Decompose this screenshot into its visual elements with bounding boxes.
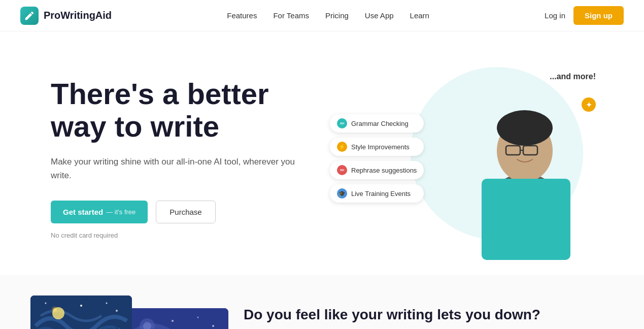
hero-content: There's a better way to write Make your …	[51, 78, 315, 239]
artwork-images: My idea in my head	[30, 295, 213, 329]
login-button[interactable]: Log in	[545, 11, 565, 20]
chip-rephrase: ✏ Rephrase suggestions	[330, 161, 424, 179]
grammar-icon: ✏	[337, 118, 347, 128]
section-2: My idea in my head Do you feel like your…	[0, 275, 644, 329]
svg-point-13	[80, 305, 82, 307]
artwork-main	[30, 295, 132, 329]
no-credit-text: No credit card required	[51, 232, 315, 239]
nav-learn[interactable]: Learn	[410, 11, 429, 20]
navbar-actions: Log in Sign up	[545, 6, 624, 25]
main-nav: Features For Teams Pricing Use App Learn	[227, 11, 429, 20]
navbar: ProWritingAid Features For Teams Pricing…	[0, 0, 644, 31]
svg-point-24	[212, 325, 214, 327]
more-label: ...and more!	[550, 72, 596, 81]
get-started-button[interactable]: Get started — it's free	[51, 201, 148, 223]
svg-point-16	[45, 303, 47, 304]
nav-for-teams[interactable]: For Teams	[273, 11, 309, 20]
svg-point-14	[106, 303, 108, 304]
training-icon: 🎓	[337, 188, 347, 199]
brand-name: ProWritingAid	[44, 10, 112, 21]
hero-title: There's a better way to write	[51, 78, 315, 143]
svg-rect-9	[482, 179, 570, 260]
hero-subtitle: Make your writing shine with our all-in-…	[51, 155, 315, 182]
section-2-content: Do you feel like your writing lets you d…	[244, 295, 624, 329]
logo-icon	[20, 7, 39, 25]
signup-button[interactable]: Sign up	[573, 6, 624, 25]
nav-pricing[interactable]: Pricing	[325, 11, 349, 20]
hero-illustration: ✏ Grammar Checking ⚡ Style Improvements …	[315, 62, 624, 255]
svg-point-12	[52, 307, 64, 319]
svg-point-22	[172, 320, 174, 322]
nav-features[interactable]: Features	[227, 11, 257, 20]
logo-link[interactable]: ProWritingAid	[20, 7, 112, 25]
svg-point-3	[497, 110, 553, 146]
style-icon: ⚡	[337, 142, 347, 152]
star-decoration: ✦	[582, 97, 596, 112]
hero-person	[451, 62, 593, 260]
hero-section: There's a better way to write Make your …	[0, 31, 644, 275]
feature-chips: ✏ Grammar Checking ⚡ Style Improvements …	[330, 114, 424, 203]
svg-point-15	[116, 310, 118, 312]
chip-style: ⚡ Style Improvements	[330, 138, 424, 156]
hero-buttons: Get started — it's free Purchase	[51, 201, 315, 223]
purchase-button[interactable]: Purchase	[156, 201, 215, 223]
starry-night-bg	[30, 295, 132, 329]
chip-training: 🎓 Live Training Events	[330, 184, 424, 203]
artwork-overlay	[127, 308, 228, 329]
nav-use-app[interactable]: Use App	[365, 11, 394, 20]
chip-grammar: ✏ Grammar Checking	[330, 114, 424, 133]
rephrase-icon: ✏	[337, 165, 347, 175]
svg-point-23	[197, 317, 199, 318]
section-2-title: Do you feel like your writing lets you d…	[244, 306, 624, 324]
